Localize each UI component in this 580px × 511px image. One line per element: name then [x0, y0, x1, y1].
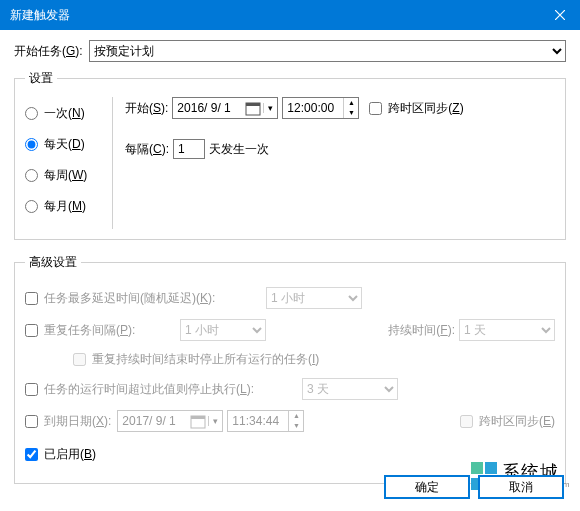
start-task-row: 开始任务(G): 按预定计划 [14, 40, 566, 62]
footer: 确定 取消 [384, 475, 564, 499]
expire-row: 到期日期(X): ▾ ▲▼ 跨时区同步(E) [25, 410, 555, 432]
dialog-body: 开始任务(G): 按预定计划 设置 一次(N) 每天(D) 每周(W) [0, 30, 580, 484]
expire-tz-check: 跨时区同步(E) [460, 413, 555, 430]
interval-suffix: 天发生一次 [209, 141, 269, 158]
duration-select: 1 天 [459, 319, 555, 341]
repeat-row: 重复任务间隔(P): 1 小时 持续时间(F): 1 天 [25, 319, 555, 341]
close-button[interactable] [540, 0, 580, 30]
svg-rect-1 [246, 103, 260, 106]
radio-weekly[interactable]: 每周(W) [25, 167, 106, 184]
repeat-interval-select: 1 小时 [180, 319, 266, 341]
enabled-check[interactable] [25, 448, 38, 461]
delay-row: 任务最多延迟时间(随机延迟)(K): 1 小时 [25, 287, 555, 309]
stop-all-check [73, 353, 86, 366]
radio-once-input[interactable] [25, 107, 38, 120]
duration-label: 持续时间(F): [388, 322, 455, 339]
delay-check[interactable] [25, 292, 38, 305]
cancel-button[interactable]: 取消 [478, 475, 564, 499]
schedule-column: 开始(S): ▾ ▲▼ 跨时区同步(Z) [113, 97, 555, 229]
interval-label: 每隔(C): [125, 141, 169, 158]
interval-input[interactable] [173, 139, 205, 159]
expire-tz-input [460, 415, 473, 428]
ok-button[interactable]: 确定 [384, 475, 470, 499]
advanced-group: 高级设置 任务最多延迟时间(随机延迟)(K): 1 小时 重复任务间隔(P): … [14, 254, 566, 484]
stop-after-check[interactable] [25, 383, 38, 396]
time-spinner[interactable]: ▲▼ [343, 98, 358, 118]
enabled-label: 已启用(B) [44, 446, 96, 463]
calendar-icon [190, 413, 206, 429]
expire-date-input [118, 411, 188, 431]
start-task-label: 开始任务(G): [14, 43, 83, 60]
tz-sync-input[interactable] [369, 102, 382, 115]
settings-legend: 设置 [25, 70, 57, 87]
calendar-icon [245, 100, 261, 116]
radio-once[interactable]: 一次(N) [25, 105, 106, 122]
delay-select: 1 小时 [266, 287, 362, 309]
repeat-check[interactable] [25, 324, 38, 337]
radio-daily[interactable]: 每天(D) [25, 136, 106, 153]
stop-after-row: 任务的运行时间超过此值则停止执行(L): 3 天 [25, 378, 555, 400]
start-date-picker[interactable]: ▾ [172, 97, 278, 119]
expire-date-picker: ▾ [117, 410, 223, 432]
date-dropdown-icon[interactable]: ▾ [263, 103, 277, 113]
radio-weekly-input[interactable] [25, 169, 38, 182]
time-spinner: ▲▼ [288, 411, 303, 431]
expire-label: 到期日期(X): [44, 413, 111, 430]
expire-check[interactable] [25, 415, 38, 428]
date-dropdown-icon: ▾ [208, 416, 222, 426]
start-task-select[interactable]: 按预定计划 [89, 40, 566, 62]
window-title: 新建触发器 [10, 7, 70, 24]
stop-after-label: 任务的运行时间超过此值则停止执行(L): [44, 381, 302, 398]
start-date-input[interactable] [173, 98, 243, 118]
stop-all-label: 重复持续时间结束时停止所有运行的任务(I) [92, 351, 319, 368]
tz-sync-check[interactable]: 跨时区同步(Z) [369, 100, 463, 117]
start-time-picker[interactable]: ▲▼ [282, 97, 359, 119]
stop-all-row: 重复持续时间结束时停止所有运行的任务(I) [73, 351, 555, 368]
start-time-input[interactable] [283, 98, 343, 118]
settings-group: 设置 一次(N) 每天(D) 每周(W) 每月(M) [14, 70, 566, 240]
radio-monthly[interactable]: 每月(M) [25, 198, 106, 215]
titlebar: 新建触发器 [0, 0, 580, 30]
begin-label: 开始(S): [125, 100, 168, 117]
expire-time-picker: ▲▼ [227, 410, 304, 432]
radio-daily-input[interactable] [25, 138, 38, 151]
delay-label: 任务最多延迟时间(随机延迟)(K): [44, 290, 266, 307]
stop-after-select: 3 天 [302, 378, 398, 400]
expire-time-input [228, 411, 288, 431]
radio-monthly-input[interactable] [25, 200, 38, 213]
frequency-column: 一次(N) 每天(D) 每周(W) 每月(M) [25, 97, 113, 229]
advanced-legend: 高级设置 [25, 254, 81, 271]
svg-rect-3 [191, 416, 205, 419]
enabled-row[interactable]: 已启用(B) [25, 446, 555, 463]
repeat-label: 重复任务间隔(P): [44, 322, 180, 339]
